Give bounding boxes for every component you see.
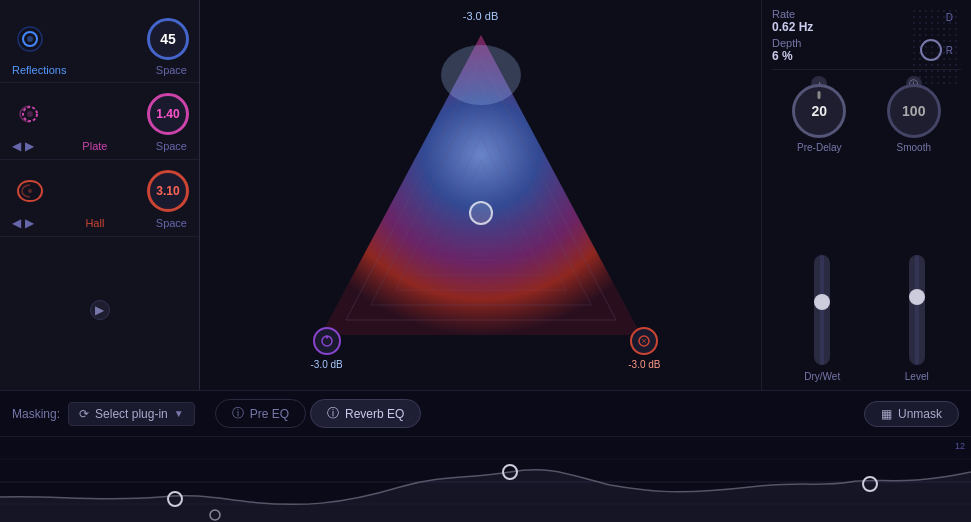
smooth-label: Smooth	[897, 142, 931, 153]
knobs-row: ♪ 20 Pre-Delay ⓘ 100 Smooth	[772, 76, 961, 161]
sliders-section: Dry/Wet Level	[772, 167, 961, 382]
chevron-down-icon: ▼	[174, 408, 184, 419]
circle-indicator	[920, 39, 942, 61]
hall-nav-arrows[interactable]: ◀ ▶	[12, 216, 34, 230]
hall-knob-container: 3.10	[147, 170, 189, 212]
level-label: Level	[905, 371, 929, 382]
tab-buttons: ⓘ Pre EQ ⓘ Reverb EQ	[215, 399, 422, 428]
smooth-knob[interactable]: 100	[887, 84, 941, 138]
plate-arrow-right[interactable]: ▶	[25, 139, 34, 153]
reverb-eq-tab[interactable]: ⓘ Reverb EQ	[310, 399, 421, 428]
pre-eq-label: Pre EQ	[250, 407, 289, 421]
hall-space-label: Space	[156, 217, 187, 229]
plugin-select-dropdown[interactable]: ⟳ Select plug-in ▼	[68, 402, 195, 426]
plugin-select-text: Select plug-in	[95, 407, 168, 421]
sidebar-group-hall: 3.10 ◀ ▶ Hall Space	[0, 160, 199, 237]
bottom-toolbar: Masking: ⟳ Select plug-in ▼ ⓘ Pre EQ ⓘ R…	[0, 391, 971, 437]
level-slider-group: Level	[905, 255, 929, 382]
main-visualization: -3.0 dB	[200, 0, 761, 390]
top-section: 45 Reflections Space	[0, 0, 971, 390]
bottom-right-knob[interactable]	[630, 327, 658, 355]
right-panel: D Rate 0.62 Hz Depth 6 % R	[761, 0, 971, 390]
dry-wet-thumb[interactable]	[814, 294, 830, 310]
sidebar-group-plate: 1.40 ◀ ▶ Plate Space	[0, 83, 199, 160]
plate-knob-value: 1.40	[156, 107, 179, 121]
svg-point-14	[441, 45, 521, 105]
level-thumb[interactable]	[909, 289, 925, 305]
r-label: R	[946, 45, 953, 56]
masking-label: Masking:	[12, 407, 60, 421]
plate-arrow-left[interactable]: ◀	[12, 139, 21, 153]
hall-knob-value: 3.10	[156, 184, 179, 198]
svg-point-4	[27, 111, 33, 117]
r-indicator-group: R	[920, 39, 957, 61]
pre-delay-value: 20	[811, 103, 827, 119]
eq-curve-svg	[0, 437, 971, 522]
smooth-value: 100	[902, 103, 925, 119]
pre-eq-icon: ⓘ	[232, 405, 244, 422]
sidebar: 45 Reflections Space	[0, 0, 200, 390]
plate-knob-container: 1.40	[147, 93, 189, 135]
dry-wet-label: Dry/Wet	[804, 371, 840, 382]
hall-knob[interactable]: 3.10	[147, 170, 189, 212]
plate-space-label: Space	[156, 140, 187, 152]
sidebar-row-hall-icon[interactable]: 3.10	[0, 160, 199, 216]
sidebar-row-plate-icon[interactable]: 1.40	[0, 83, 199, 139]
pre-eq-tab[interactable]: ⓘ Pre EQ	[215, 399, 306, 428]
reflections-knob-value: 45	[160, 31, 176, 47]
reverb-eq-label: Reverb EQ	[345, 407, 404, 421]
plate-icon	[12, 96, 48, 132]
hall-arrow-left[interactable]: ◀	[12, 216, 21, 230]
dry-wet-slider[interactable]	[814, 255, 830, 365]
hall-label: Hall	[85, 217, 104, 229]
bottom-left-knob-group: -3.0 dB	[311, 327, 343, 370]
bottom-left-knob[interactable]	[313, 327, 341, 355]
pre-delay-knob[interactable]: 20	[792, 84, 846, 138]
level-slider[interactable]	[909, 255, 925, 365]
unmask-label: Unmask	[898, 407, 942, 421]
bottom-left-db-label: -3.0 dB	[311, 359, 343, 370]
hall-icon	[12, 173, 48, 209]
triangle-svg	[271, 15, 691, 375]
svg-point-2	[27, 36, 33, 42]
reflections-space-label: Space	[156, 64, 187, 76]
expand-button[interactable]: ▶	[0, 237, 199, 382]
dry-wet-slider-group: Dry/Wet	[804, 255, 840, 382]
svg-point-16	[325, 336, 328, 339]
bottom-section: Masking: ⟳ Select plug-in ▼ ⓘ Pre EQ ⓘ R…	[0, 390, 971, 522]
plate-knob[interactable]: 1.40	[147, 93, 189, 135]
smooth-group: ⓘ 100 Smooth	[887, 84, 941, 153]
pre-delay-label: Pre-Delay	[797, 142, 841, 153]
svg-point-5	[28, 189, 32, 193]
plate-nav-arrows[interactable]: ◀ ▶	[12, 139, 34, 153]
app-container: 45 Reflections Space	[0, 0, 971, 522]
plugin-select-icon: ⟳	[79, 407, 89, 421]
triangle-visualization: -3.0 dB	[271, 15, 691, 375]
plate-label: Plate	[82, 140, 107, 152]
dry-wet-track	[820, 255, 824, 365]
sidebar-group-reflections: 45 Reflections Space	[0, 8, 199, 83]
unmask-button[interactable]: ▦ Unmask	[864, 401, 959, 427]
d-label: D	[946, 12, 953, 23]
reflections-label: Reflections	[12, 64, 66, 76]
reflections-icon	[12, 21, 48, 57]
reverb-eq-icon: ⓘ	[327, 405, 339, 422]
hall-arrow-right[interactable]: ▶	[25, 216, 34, 230]
reflections-knob[interactable]: 45	[147, 18, 189, 60]
sidebar-row-reflections-icon[interactable]: 45	[0, 8, 199, 64]
reflections-knob-container: 45	[147, 18, 189, 60]
eq-curve-area: 12	[0, 437, 971, 522]
pre-delay-group: ♪ 20 Pre-Delay	[792, 84, 846, 153]
center-point-handle[interactable]	[469, 201, 493, 225]
unmask-icon: ▦	[881, 407, 892, 421]
bottom-right-db-label: -3.0 dB	[628, 359, 660, 370]
right-panel-top-info: D Rate 0.62 Hz Depth 6 % R	[772, 8, 961, 70]
level-track	[915, 255, 919, 365]
bottom-right-knob-group: -3.0 dB	[628, 327, 660, 370]
